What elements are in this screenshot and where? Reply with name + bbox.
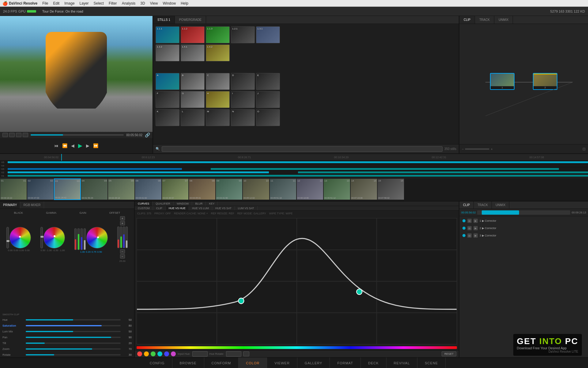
black-wheel[interactable] (9, 227, 31, 248)
mini-timeline[interactable] (477, 210, 571, 215)
still-h[interactable]: H (206, 91, 230, 108)
still-l[interactable]: L (181, 109, 205, 126)
curves-editor[interactable] (137, 218, 457, 345)
node-tab-clip[interactable]: CLIP (459, 16, 475, 24)
still-e[interactable]: E (256, 73, 280, 90)
timecode-track[interactable] (31, 134, 124, 136)
still-1-1-1[interactable]: 1.1.1 (156, 26, 179, 43)
film-frame-06[interactable]: 0606 00:03:01:62 (135, 178, 162, 200)
still-c[interactable]: C (206, 73, 230, 90)
still-1-1-2[interactable]: 1.1.2 (181, 26, 205, 43)
still-j[interactable]: J (256, 91, 280, 108)
gamma-wheel[interactable] (43, 227, 65, 248)
zoom-minus-icon[interactable]: − (462, 147, 464, 151)
nav-format[interactable]: FORMAT (330, 358, 361, 368)
curves-tab-qualifier[interactable]: QUALIFIER (153, 201, 174, 206)
color-tab-rgb[interactable]: RGB MIXER (20, 201, 44, 209)
gain-slider-green[interactable] (77, 228, 80, 250)
still-1-3-1[interactable]: 1.3.1 (256, 26, 280, 43)
menu-select[interactable]: Select (94, 1, 104, 6)
film-frame-01[interactable]: 0101 00:00:18:22 (0, 178, 27, 200)
tilt-slider[interactable] (26, 343, 121, 344)
menu-edit[interactable]: Edit (53, 1, 60, 6)
menu-3d[interactable]: 3D (140, 1, 145, 6)
film-frame-11[interactable]: 1111 00:05:51:18 (270, 178, 296, 200)
dot-magenta[interactable] (171, 351, 176, 356)
still-o[interactable]: O (256, 109, 280, 126)
film-frame-03[interactable]: 0303 00:01:26:42 (54, 178, 81, 200)
nav-deck[interactable]: DECK (361, 358, 386, 368)
menu-help[interactable]: Help (181, 1, 188, 6)
node-2[interactable]: 2 (533, 73, 557, 90)
zoom-param-slider[interactable] (26, 348, 121, 350)
film-frame-10[interactable]: 1010 00:05:12:02 (243, 178, 270, 200)
curves-tab-window[interactable]: WINDOW (174, 201, 192, 206)
clips-tab-clip[interactable]: CLIP (459, 201, 474, 209)
clips-tab-track[interactable]: TRACK (474, 201, 492, 209)
curves-sub-hvh[interactable]: HUE VS HUE (166, 206, 189, 210)
film-frame-13[interactable]: 1313 00:06:51:12 (323, 178, 350, 200)
still-1-4-2[interactable]: 1.4.2 (206, 44, 230, 61)
lummix-slider[interactable] (26, 331, 121, 332)
nav-color[interactable]: COLOR (239, 358, 267, 368)
dot-cyan[interactable] (157, 351, 162, 356)
still-m[interactable]: M (206, 109, 230, 126)
corrector-3-icon-2[interactable]: ▶ (473, 233, 478, 238)
film-frame-12[interactable]: 1212 00:06:18:06 (296, 178, 323, 200)
curves-tab-blur[interactable]: BLUR (192, 201, 206, 206)
offset-remove-btn[interactable]: + (120, 221, 125, 225)
menu-image[interactable]: Image (64, 1, 74, 6)
corrector-2-icon-2[interactable]: ▶ (473, 226, 478, 230)
color-tab-primary[interactable]: PRIMARY (0, 201, 20, 209)
dot-red[interactable] (137, 351, 142, 356)
still-1-1-3[interactable]: 1.1.3 (206, 26, 230, 43)
tab-stills1[interactable]: STILLS 1 (153, 16, 175, 24)
nav-config[interactable]: CONFIG (142, 358, 172, 368)
still-g[interactable]: G (181, 91, 205, 108)
clips-tab-unmix[interactable]: UNMIX (492, 201, 509, 209)
corrector-2-icon-1[interactable]: ▤ (467, 226, 472, 230)
track-content-v1[interactable] (8, 174, 588, 177)
gallery-search-input[interactable] (162, 146, 443, 152)
hue-slider[interactable] (26, 319, 121, 320)
view-icon-btn-4[interactable] (23, 133, 28, 137)
node-tab-unmix[interactable]: UNMIX (494, 16, 513, 24)
still-n[interactable]: N (231, 109, 255, 126)
menu-view[interactable]: View (150, 1, 158, 6)
gamma-slider[interactable] (40, 227, 43, 248)
nav-gallery[interactable]: GALLERY (297, 358, 330, 368)
offset-minus-btn2[interactable]: − (120, 254, 125, 259)
track-content-v5[interactable] (8, 161, 588, 164)
film-frame-15[interactable]: 1515 00:07:56:02 (377, 178, 404, 200)
dot-orange[interactable] (144, 351, 149, 356)
film-frame-14[interactable]: 1414 00:07:19:06 (350, 178, 377, 200)
still-i[interactable]: I (231, 91, 255, 108)
view-icon-btn-2[interactable] (9, 133, 15, 137)
nav-viewer[interactable]: VIEWER (267, 358, 297, 368)
rewind-fast-btn[interactable]: ⏮ (54, 143, 58, 148)
zoom-plus-icon[interactable]: + (491, 147, 492, 151)
rewind-btn[interactable]: ⏪ (62, 143, 67, 148)
film-frame-09[interactable]: 0909 00:04:41:90 (216, 178, 243, 200)
track-content-v4[interactable] (8, 164, 588, 167)
curves-sub-hvs[interactable]: HUE VS SAT (212, 206, 235, 210)
still-1-2-1[interactable]: 1.2.1 (231, 26, 255, 43)
curves-sub-hvl[interactable]: HUE VS LUM (189, 206, 212, 210)
menu-window[interactable]: Window (163, 1, 176, 6)
film-frame-08[interactable]: 0808 00:04:05:01 (189, 178, 216, 200)
still-f[interactable]: F (156, 91, 179, 108)
gain-slider-white[interactable] (84, 228, 86, 250)
step-back-btn[interactable]: ◀ (71, 143, 74, 148)
gain-wheel[interactable] (86, 227, 108, 248)
color-picker-btn[interactable] (243, 351, 249, 356)
film-frame-02[interactable]: 0202 00:00:47:03 (27, 178, 54, 200)
black-slider[interactable] (6, 227, 9, 248)
gain-slider-blue[interactable] (81, 228, 83, 250)
fit-icon[interactable]: ⊡ (582, 147, 586, 151)
curves-tab-key[interactable]: KEY (206, 201, 218, 206)
offset-slider-1[interactable] (117, 227, 119, 248)
view-icon-btn-1[interactable] (2, 133, 8, 137)
menu-filter[interactable]: Filter (109, 1, 117, 6)
play-btn[interactable]: ▶ (78, 142, 82, 149)
still-d[interactable]: D (231, 73, 255, 90)
